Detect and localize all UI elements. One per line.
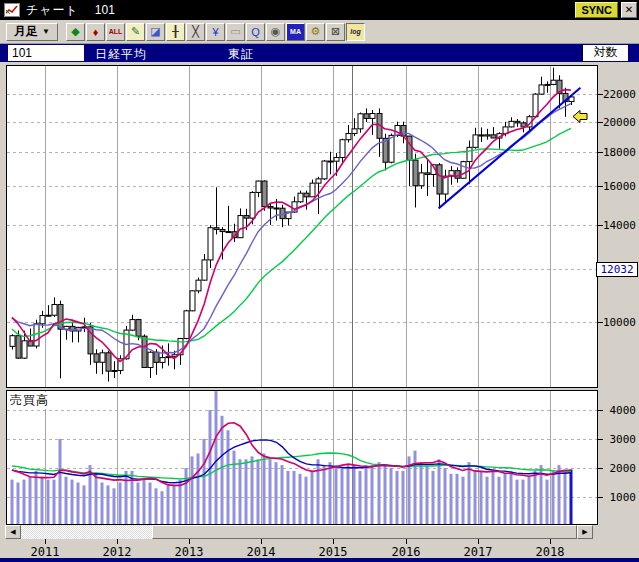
chart-window: チャート 101 SYNC ✕ 月足 ▼ ◆♦ALL✎◪╂╳¥▭Q◉MA⚙⊠lo… xyxy=(0,0,639,562)
volume-panel-label: 売買高 xyxy=(10,392,49,409)
price-chart-panel[interactable] xyxy=(6,65,598,388)
eraser-icon[interactable]: ◪ xyxy=(146,23,165,41)
year-axis-label: 2012 xyxy=(95,545,139,559)
log-scale-icon[interactable]: log xyxy=(346,23,365,41)
title-bar: チャート 101 SYNC ✕ xyxy=(0,0,639,20)
chevron-down-icon: ▼ xyxy=(42,27,50,36)
volume-panel[interactable]: 売買高 xyxy=(6,390,598,525)
price-marker-label: 12032 xyxy=(596,262,638,277)
symbol-code-field[interactable]: 101 xyxy=(8,45,84,61)
cursor-marker-icon[interactable] xyxy=(573,109,588,127)
ma-icon[interactable]: MA xyxy=(286,23,305,41)
year-axis-tick xyxy=(550,539,551,544)
slider-icon[interactable]: ▭ xyxy=(226,23,245,41)
trendline-tool-icon[interactable]: ╳ xyxy=(186,23,205,41)
volume-axis-label: 2000 xyxy=(600,462,636,475)
window-title-code: 101 xyxy=(95,3,115,17)
symbol-exchange: 東証 xyxy=(228,46,254,63)
year-axis-tick xyxy=(406,539,407,544)
app-icon xyxy=(4,3,20,17)
globe-settings-icon[interactable]: ◉ xyxy=(266,23,285,41)
symbol-name: 日経平均 xyxy=(95,46,147,63)
year-axis-tick xyxy=(261,539,262,544)
bar-width-expand-icon[interactable]: ◆ xyxy=(66,23,85,41)
horizontal-scrollbar[interactable]: ◀ ▶ xyxy=(5,525,594,539)
year-axis-label: 2013 xyxy=(167,545,211,559)
price-axis-label: 16000 xyxy=(600,180,636,193)
draw-pencil-icon[interactable]: ✎ xyxy=(126,23,145,41)
price-axis-label: 14000 xyxy=(600,219,636,232)
price-axis-label: 18000 xyxy=(600,146,636,159)
zoom-search-icon[interactable]: Q xyxy=(246,23,265,41)
year-axis-tick xyxy=(45,539,46,544)
year-axis-label: 2014 xyxy=(239,545,283,559)
year-axis-label: 2018 xyxy=(528,545,572,559)
year-axis-label: 2015 xyxy=(311,545,355,559)
settings-gears-icon[interactable]: ⚙ xyxy=(306,23,325,41)
year-axis-tick xyxy=(333,539,334,544)
price-axis-label: 22000 xyxy=(600,88,636,101)
close-icon[interactable]: ✕ xyxy=(621,2,637,18)
sync-button[interactable]: SYNC xyxy=(575,2,618,18)
price-chart-canvas[interactable] xyxy=(7,66,597,387)
yen-scale-icon[interactable]: ¥ xyxy=(206,23,225,41)
bar-width-shrink-icon[interactable]: ♦ xyxy=(86,23,105,41)
year-axis-label: 2016 xyxy=(384,545,428,559)
year-axis-tick xyxy=(117,539,118,544)
toolbar-icons: ◆♦ALL✎◪╂╳¥▭Q◉MA⚙⊠log xyxy=(66,23,366,41)
window-bottom-edge xyxy=(0,558,639,562)
interval-dropdown[interactable]: 月足 ▼ xyxy=(6,23,58,41)
price-axis-label: 10000 xyxy=(600,316,636,329)
grid-cross-icon[interactable]: ╂ xyxy=(166,23,185,41)
year-axis-tick xyxy=(478,539,479,544)
symbol-header: 101 日経平均 東証 対数 xyxy=(0,44,639,62)
toolbar: 月足 ▼ ◆♦ALL✎◪╂╳¥▭Q◉MA⚙⊠log xyxy=(0,20,639,44)
scale-mode-label: 対数 xyxy=(582,45,628,61)
scrollbar-thumb[interactable] xyxy=(152,525,577,539)
flag-tool-icon[interactable]: ⊠ xyxy=(326,23,345,41)
scroll-left-icon[interactable]: ◀ xyxy=(5,525,21,539)
window-title: チャート xyxy=(26,2,79,19)
volume-axis-label: 4000 xyxy=(600,404,636,417)
scrollbar-track[interactable] xyxy=(21,525,577,539)
year-axis-label: 2011 xyxy=(23,545,67,559)
price-axis-label: 20000 xyxy=(600,116,636,129)
volume-axis-label: 3000 xyxy=(600,433,636,446)
volume-canvas[interactable] xyxy=(7,391,597,524)
year-axis-label: 2017 xyxy=(456,545,500,559)
year-axis-tick xyxy=(189,539,190,544)
scroll-right-icon[interactable]: ▶ xyxy=(577,525,593,539)
interval-label: 月足 xyxy=(14,23,38,40)
volume-axis-label: 1000 xyxy=(600,491,636,504)
show-all-icon[interactable]: ALL xyxy=(106,23,125,41)
